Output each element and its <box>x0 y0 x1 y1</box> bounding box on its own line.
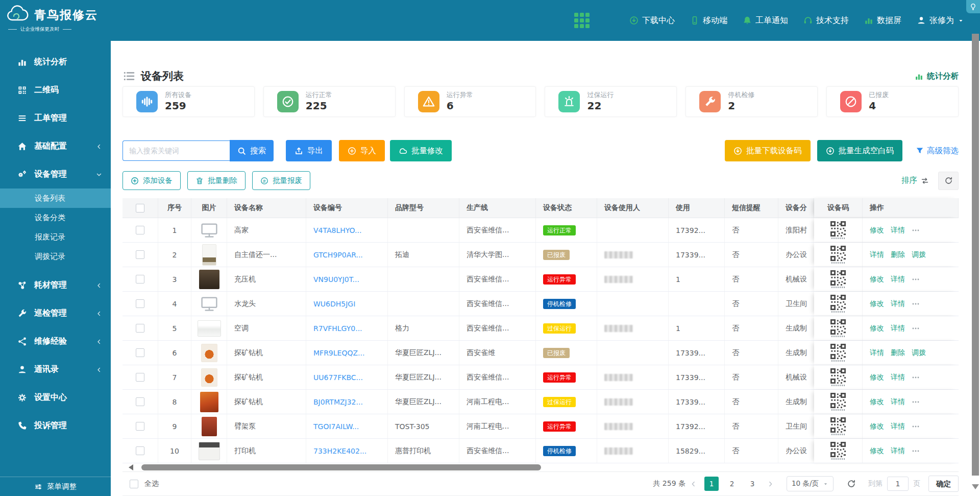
apps-grid-icon[interactable] <box>574 13 590 28</box>
stat-card-过保运行[interactable]: 过保运行22 <box>545 86 677 117</box>
more-actions-icon[interactable] <box>912 447 920 455</box>
page-button-1[interactable]: 1 <box>704 477 719 491</box>
op-detail-link[interactable]: 详情 <box>870 348 884 358</box>
more-actions-icon[interactable] <box>912 422 920 431</box>
add-device-button[interactable]: 添加设备 <box>122 171 181 190</box>
qr-code-image[interactable] <box>830 246 846 264</box>
vertical-scrollbar-thumb[interactable] <box>972 34 979 476</box>
row-checkbox[interactable] <box>136 275 144 284</box>
row-checkbox[interactable] <box>136 226 144 234</box>
nav-item-数据屏[interactable]: 数据屏 <box>864 15 901 26</box>
op-detail-link[interactable]: 详情 <box>891 397 905 407</box>
row-checkbox[interactable] <box>136 324 144 333</box>
row-checkbox[interactable] <box>136 397 144 406</box>
op-modify-link[interactable]: 修改 <box>870 373 884 382</box>
device-code-link[interactable]: GTCH9P0AR... <box>313 251 363 259</box>
op-modify-link[interactable]: 修改 <box>870 299 884 309</box>
sidebar-subitem-设备列表[interactable]: 设备列表 <box>0 188 111 208</box>
op-delete-link[interactable]: 删除 <box>891 348 905 358</box>
op-detail-link[interactable]: 详情 <box>891 422 905 431</box>
sidebar-item-巡检管理[interactable]: 巡检管理 <box>0 299 111 327</box>
batch-delete-button[interactable]: 批量删除 <box>187 171 246 190</box>
op-detail-link[interactable]: 详情 <box>891 226 905 235</box>
user-menu[interactable]: 张修为 <box>917 15 964 26</box>
device-code-link[interactable]: VN9U0YJ0T... <box>313 275 359 284</box>
op-delete-link[interactable]: 删除 <box>891 250 905 259</box>
sidebar-item-工单管理[interactable]: 工单管理 <box>0 104 111 132</box>
select-all-checkbox[interactable] <box>130 480 138 488</box>
op-detail-link[interactable]: 详情 <box>891 324 905 333</box>
search-input[interactable] <box>122 140 230 161</box>
sidebar-item-设备管理[interactable]: 设备管理 <box>0 160 111 188</box>
scroll-left-arrow[interactable] <box>129 464 133 470</box>
op-modify-link[interactable]: 修改 <box>870 275 884 284</box>
more-actions-icon[interactable] <box>912 373 920 382</box>
stat-card-运行异常[interactable]: 运行异常6 <box>404 86 536 117</box>
device-code-link[interactable]: WU6DH5JGI <box>313 300 355 308</box>
op-detail-link[interactable]: 详情 <box>891 446 905 456</box>
batch-download-codes-button[interactable]: 批量下载设备码 <box>725 140 811 161</box>
sidebar-item-二维码[interactable]: 二维码 <box>0 76 111 104</box>
row-checkbox[interactable] <box>136 373 144 382</box>
sidebar-item-耗材管理[interactable]: 耗材管理 <box>0 271 111 299</box>
device-code-link[interactable]: UU677FKBC... <box>313 373 363 382</box>
device-code-link[interactable]: BJ0RTMZJ32... <box>313 398 363 406</box>
refresh-button[interactable] <box>938 172 959 190</box>
op-detail-link[interactable]: 详情 <box>870 250 884 259</box>
stats-analysis-link[interactable]: 统计分析 <box>915 71 959 82</box>
qr-code-image[interactable] <box>830 319 846 337</box>
sidebar-item-投诉管理[interactable]: 投诉管理 <box>0 412 111 440</box>
more-actions-icon[interactable] <box>912 300 920 308</box>
confirm-button[interactable]: 确定 <box>928 476 959 492</box>
row-checkbox[interactable] <box>136 250 144 259</box>
op-detail-link[interactable]: 详情 <box>891 299 905 309</box>
more-actions-icon[interactable] <box>912 324 920 333</box>
device-code-link[interactable]: 733H2KE402... <box>313 447 366 455</box>
op-modify-link[interactable]: 修改 <box>870 446 884 456</box>
search-button[interactable]: 搜索 <box>230 140 274 161</box>
nav-item-技术支持[interactable]: 技术支持 <box>803 15 849 26</box>
stat-card-已报废[interactable]: 已报废4 <box>826 86 959 117</box>
nav-item-工单通知[interactable]: 工单通知 <box>743 15 788 26</box>
op-detail-link[interactable]: 详情 <box>891 275 905 284</box>
device-code-link[interactable]: TGOI7AILW... <box>313 422 359 431</box>
sort-toggle[interactable]: 排序 <box>901 175 929 186</box>
op-modify-link[interactable]: 修改 <box>870 397 884 407</box>
horizontal-scrollbar-thumb[interactable] <box>141 464 541 470</box>
qr-code-image[interactable] <box>830 442 846 460</box>
export-button[interactable]: 导出 <box>286 140 332 161</box>
op-modify-link[interactable]: 修改 <box>870 324 884 333</box>
corner-widget[interactable] <box>966 0 980 13</box>
nav-item-下载中心[interactable]: 下载中心 <box>629 15 675 26</box>
stat-card-运行正常[interactable]: 运行正常225 <box>263 86 396 117</box>
stat-card-所有设备[interactable]: 所有设备259 <box>122 86 255 117</box>
row-checkbox[interactable] <box>136 446 144 455</box>
page-button-3[interactable]: 3 <box>745 477 760 491</box>
import-button[interactable]: 导入 <box>339 140 385 161</box>
qr-code-image[interactable] <box>830 393 846 411</box>
row-checkbox[interactable] <box>136 299 144 308</box>
page-button-2[interactable]: 2 <box>725 477 739 491</box>
advanced-filter-link[interactable]: 高级筛选 <box>916 146 959 156</box>
sidebar-subitem-设备分类[interactable]: 设备分类 <box>0 208 111 227</box>
goto-page-input[interactable] <box>887 477 909 491</box>
op-transfer-link[interactable]: 调拨 <box>912 250 926 259</box>
batch-scrap-button[interactable]: 废 批量报废 <box>252 171 310 190</box>
qr-code-image[interactable] <box>830 221 846 239</box>
sidebar-item-统计分析[interactable]: 统计分析 <box>0 48 111 76</box>
sidebar-item-设置中心[interactable]: 设置中心 <box>0 384 111 412</box>
qr-code-image[interactable] <box>830 344 846 362</box>
scroll-down-arrow[interactable] <box>972 484 979 493</box>
qr-code-image[interactable] <box>830 368 846 386</box>
batch-generate-codes-button[interactable]: 批量生成空白码 <box>817 140 903 161</box>
sidebar-item-维修经验[interactable]: 维修经验 <box>0 327 111 356</box>
device-code-link[interactable]: MFR9LEQQZ... <box>313 349 364 357</box>
nav-item-移动端[interactable]: 移动端 <box>690 15 727 26</box>
sidebar-item-通讯录[interactable]: 通讯录 <box>0 356 111 384</box>
qr-code-image[interactable] <box>830 295 846 313</box>
refresh-list-button[interactable] <box>847 479 856 488</box>
more-actions-icon[interactable] <box>912 226 920 234</box>
op-transfer-link[interactable]: 调拨 <box>912 348 926 358</box>
op-modify-link[interactable]: 修改 <box>870 226 884 235</box>
sidebar-item-基础配置[interactable]: 基础配置 <box>0 132 111 160</box>
